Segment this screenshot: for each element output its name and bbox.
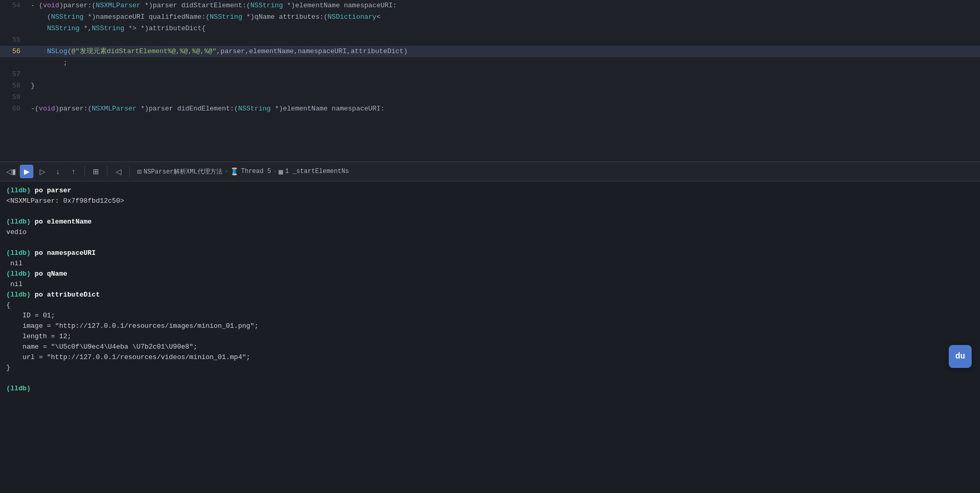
- line-content-58: }: [29, 80, 980, 92]
- lldb-out-2: <NSXMLParser: 0x7f98fbd12c50>: [6, 197, 124, 205]
- line-content-54b: (NSString *)namespaceURI qualifiedName:(…: [29, 11, 980, 23]
- console-line-6: nil: [6, 258, 974, 269]
- line-content-60: -(void)parser:(NSXMLParser *)parser didE…: [29, 103, 980, 115]
- code-line-56: 56 NSLog(@"发现元素didStartElement%@,%@,%@,%…: [0, 46, 980, 57]
- console-line-3: (lldb) po elementName: [6, 217, 974, 227]
- console-line-16: }: [6, 363, 974, 373]
- code-line-57: 57: [0, 69, 980, 80]
- lldb-cmd-9: po attributeDict: [31, 291, 100, 299]
- lldb-out-10: {: [6, 301, 10, 309]
- line-content-56b: ;: [29, 57, 980, 69]
- code-line-54c: NSString *,NSString *> *)attributeDict{: [0, 23, 980, 34]
- console-line-17: (lldb): [6, 384, 974, 394]
- line-content-54: - (void)parser:(NSXMLParser *)parser did…: [29, 0, 980, 11]
- console-blank-2: [6, 238, 974, 248]
- code-line-54: 54 - (void)parser:(NSXMLParser *)parser …: [0, 0, 980, 11]
- console-blank-3: [6, 373, 974, 384]
- line-content-54c: NSString *,NSString *> *)attributeDict{: [29, 23, 980, 34]
- lldb-prompt-3: (lldb): [6, 218, 31, 226]
- code-editor: 54 - (void)parser:(NSXMLParser *)parser …: [0, 0, 980, 162]
- toolbar-divider-1: [84, 166, 85, 177]
- file-icon: ⊡: [137, 167, 141, 176]
- console-line-11: ID = 01;: [6, 311, 974, 321]
- lldb-out-8: nil: [6, 280, 22, 288]
- console-line-7: (lldb) po qName: [6, 269, 974, 279]
- lldb-out-13: length = 12;: [6, 332, 71, 340]
- breadcrumb-sep-2: ›: [273, 168, 277, 175]
- lldb-out-6: nil: [6, 260, 22, 267]
- debug-console[interactable]: (lldb) po parser <NSXMLParser: 0x7f98fbd…: [0, 181, 980, 493]
- line-number-56: 56: [0, 46, 29, 57]
- breadcrumb-thread-name: Thread 5: [241, 168, 271, 175]
- code-line-55: 55: [0, 34, 980, 46]
- console-line-12: image = "http://127.0.0.1/resources/imag…: [6, 321, 974, 331]
- lldb-prompt-7: (lldb): [6, 270, 31, 278]
- console-blank-1: [6, 206, 974, 217]
- breadcrumb-thread[interactable]: 🧵 Thread 5: [230, 167, 271, 176]
- lldb-out-12: image = "http://127.0.0.1/resources/imag…: [6, 322, 259, 330]
- console-line-15: url = "http://127.0.0.1/resources/videos…: [6, 352, 974, 363]
- lldb-out-11: ID = 01;: [6, 312, 55, 319]
- frame-icon: ▦: [278, 167, 283, 176]
- float-action-button[interactable]: du: [949, 345, 972, 368]
- console-line-8: nil: [6, 279, 974, 290]
- lldb-prompt-9: (lldb): [6, 291, 31, 299]
- console-line-2: <NSXMLParser: 0x7f98fbd12c50>: [6, 196, 974, 206]
- console-line-13: length = 12;: [6, 331, 974, 342]
- lldb-out-4: vedio: [6, 228, 27, 236]
- step-over-button[interactable]: ▷: [35, 165, 49, 178]
- lldb-out-14: name = "\U5c0f\U9ec4\U4eba \U7b2c01\U90e…: [6, 343, 198, 351]
- line-number-59: 59: [0, 92, 29, 103]
- continue-button[interactable]: ▶: [20, 165, 33, 178]
- location-button[interactable]: ◁: [112, 165, 125, 178]
- breadcrumb: ⊡ NSParser解析XML代理方法 › 🧵 Thread 5 › ▦ 1 _…: [137, 167, 349, 176]
- breadcrumb-sep-1: ›: [225, 168, 228, 175]
- console-line-10: {: [6, 300, 974, 311]
- code-line-58: 58 }: [0, 80, 980, 92]
- line-number-60: 60: [0, 103, 29, 115]
- line-number-57: 57: [0, 69, 29, 80]
- view-toggle-button[interactable]: ⊞: [89, 165, 103, 178]
- console-line-9: (lldb) po attributeDict: [6, 290, 974, 300]
- code-line-60: 60 -(void)parser:(NSXMLParser *)parser d…: [0, 103, 980, 115]
- line-content-56: NSLog(@"发现元素didStartElement%@,%@,%@,%@",…: [29, 46, 980, 57]
- lldb-cmd-1: po parser: [31, 187, 71, 194]
- thread-icon: 🧵: [230, 167, 239, 176]
- breadcrumb-file[interactable]: ⊡ NSParser解析XML代理方法: [137, 167, 223, 176]
- lldb-cmd-3: po elementName: [31, 218, 92, 226]
- console-line-14: name = "\U5c0f\U9ec4\U4eba \U7b2c01\U90e…: [6, 342, 974, 352]
- toolbar-divider-2: [107, 166, 107, 177]
- lldb-prompt-17: (lldb): [6, 385, 31, 392]
- lldb-prompt-1: (lldb): [6, 187, 31, 194]
- console-line-4: vedio: [6, 227, 974, 238]
- console-line-5: (lldb) po namespaceURI: [6, 248, 974, 258]
- breadcrumb-frame-name: 1 _startElementNs: [285, 168, 349, 175]
- console-line-1: (lldb) po parser: [6, 186, 974, 196]
- lldb-out-15: url = "http://127.0.0.1/resources/videos…: [6, 353, 250, 361]
- debug-toolbar: ◁▮ ▶ ▷ ↓ ↑ ⊞ ◁ ⊡ NSParser解析XML代理方法 › 🧵 T…: [0, 162, 980, 181]
- line-number-54: 54: [0, 0, 29, 11]
- code-line-59: 59: [0, 92, 980, 103]
- breadcrumb-file-name: NSParser解析XML代理方法: [143, 167, 222, 176]
- toolbar-divider-3: [129, 166, 130, 177]
- line-number-58: 58: [0, 80, 29, 92]
- step-into-button[interactable]: ↓: [51, 165, 65, 178]
- code-line-56b: ;: [0, 57, 980, 69]
- disable-button[interactable]: ◁▮: [4, 165, 18, 178]
- lldb-cmd-5: po namespaceURI: [31, 249, 96, 257]
- float-btn-label: du: [955, 352, 965, 361]
- lldb-out-16: }: [6, 364, 10, 372]
- line-number-55: 55: [0, 34, 29, 46]
- breadcrumb-frame[interactable]: ▦ 1 _startElementNs: [278, 167, 349, 176]
- lldb-prompt-5: (lldb): [6, 249, 31, 257]
- code-line-54b: (NSString *)namespaceURI qualifiedName:(…: [0, 11, 980, 23]
- step-out-button[interactable]: ↑: [67, 165, 80, 178]
- lldb-cmd-7: po qName: [31, 270, 67, 278]
